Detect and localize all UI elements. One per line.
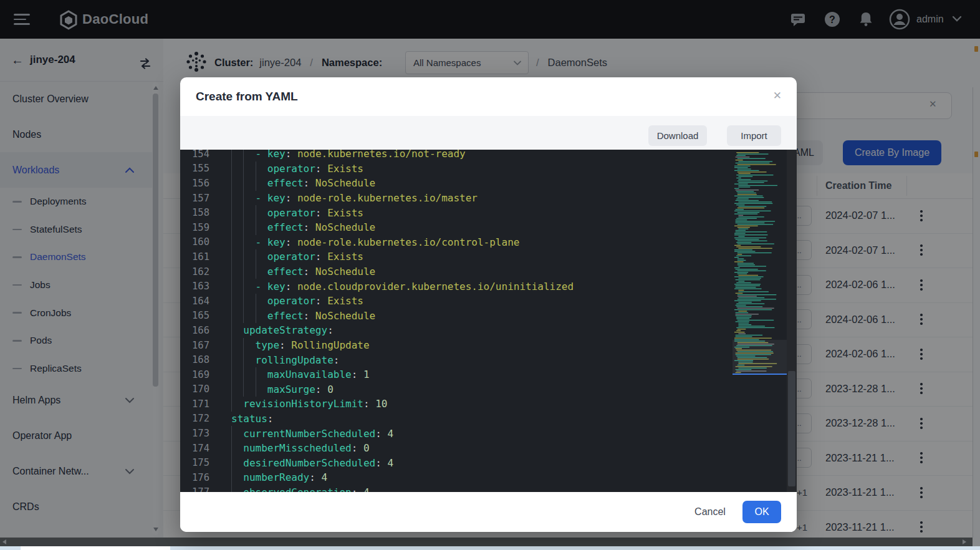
modal-footer: Cancel OK	[180, 492, 797, 532]
yaml-line-154: 154- key: node.kubernetes.io/not-ready	[180, 150, 741, 162]
yaml-line-164: 164operator: Exists	[180, 294, 741, 309]
yaml-line-158: 158operator: Exists	[180, 205, 741, 220]
yaml-line-161: 161operator: Exists	[180, 249, 741, 264]
yaml-line-163: 163- key: node.cloudprovider.kubernetes.…	[180, 279, 741, 294]
yaml-line-155: 155operator: Exists	[180, 162, 741, 176]
yaml-line-174: 174numberMisscheduled: 0	[180, 441, 741, 456]
download-button[interactable]: Download	[648, 125, 707, 146]
create-from-yaml-modal: Create from YAML ✕ Download Import 154- …	[180, 77, 797, 532]
yaml-line-171: 171revisionHistoryLimit: 10	[180, 397, 741, 412]
yaml-line-167: 167type: RollingUpdate	[180, 338, 741, 353]
yaml-line-162: 162effect: NoSchedule	[180, 264, 741, 279]
modal-title: Create from YAML	[196, 90, 298, 104]
yaml-line-168: 168rollingUpdate:	[180, 352, 741, 367]
import-button[interactable]: Import	[727, 125, 781, 146]
yaml-line-169: 169maxUnavailable: 1	[180, 367, 741, 382]
ok-button[interactable]: OK	[742, 501, 781, 523]
yaml-line-157: 157- key: node-role.kubernetes.io/master	[180, 191, 741, 206]
modal-header: Create from YAML ✕	[180, 77, 797, 117]
yaml-line-159: 159effect: NoSchedule	[180, 220, 741, 235]
yaml-editor-lines: 154- key: node.kubernetes.io/not-ready15…	[180, 150, 741, 492]
yaml-line-156: 156effect: NoSchedule	[180, 176, 741, 191]
yaml-line-160: 160- key: node-role.kubernetes.io/contro…	[180, 235, 741, 250]
yaml-editor[interactable]: 154- key: node.kubernetes.io/not-ready15…	[180, 150, 797, 492]
yaml-line-177: 177observedGeneration: 4	[180, 485, 741, 492]
yaml-line-176: 176numberReady: 4	[180, 470, 741, 485]
yaml-line-166: 166updateStrategy:	[180, 323, 741, 338]
editor-minimap[interactable]	[733, 150, 787, 492]
yaml-line-170: 170maxSurge: 0	[180, 382, 741, 397]
yaml-line-175: 175desiredNumberScheduled: 4	[180, 455, 741, 470]
yaml-line-165: 165effect: NoSchedule	[180, 309, 741, 324]
editor-scrollbar-thumb[interactable]	[788, 371, 795, 486]
yaml-line-172: 172status:	[180, 412, 741, 427]
page-horizontal-scrollbar-thumb[interactable]	[21, 546, 170, 550]
modal-toolbar: Download Import	[180, 116, 797, 150]
yaml-line-173: 173currentNumberScheduled: 4	[180, 426, 741, 441]
modal-close-icon[interactable]: ✕	[773, 89, 782, 102]
cancel-button[interactable]: Cancel	[688, 501, 732, 523]
